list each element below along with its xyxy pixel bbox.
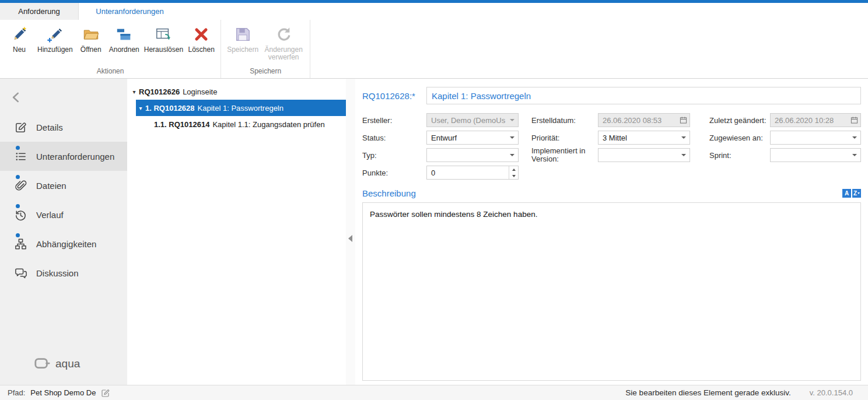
button-label: Hinzufügen	[37, 46, 73, 54]
description-editor[interactable]: Passwörter sollen mindestens 8 Zeichen h…	[362, 202, 861, 381]
zuletzt-geaendert-label: Zuletzt geändert:	[709, 116, 770, 125]
app-version: v. 20.0.154.0	[810, 388, 853, 397]
panel-splitter[interactable]	[346, 79, 355, 385]
zugewiesen-an-select[interactable]	[770, 131, 861, 145]
zuletzt-geaendert-field: 26.06.2020 10:28	[770, 113, 861, 127]
calendar-icon	[850, 117, 858, 124]
spin-down-icon[interactable]	[509, 173, 518, 179]
hinzufuegen-button[interactable]: Hinzufügen	[35, 24, 75, 54]
loeschen-button[interactable]: Löschen	[186, 24, 217, 54]
sprint-label: Sprint:	[709, 151, 770, 160]
expand-caret-icon[interactable]: ▾	[136, 105, 145, 111]
requirement-id-label: RQ1012628:*	[362, 91, 426, 101]
ribbon-buttons-row: Speichern Änderungen verwerfen	[221, 20, 310, 67]
spin-up-icon[interactable]	[509, 166, 518, 173]
save-floppy-icon	[234, 26, 251, 43]
punkte-stepper[interactable]: 0	[426, 166, 519, 180]
herausloesen-button[interactable]: Herauslösen	[142, 24, 186, 54]
erstelldatum-field: 26.06.2020 08:53	[598, 113, 690, 127]
speichern-button: Speichern	[225, 24, 261, 54]
description-header: Beschreibung A Z	[362, 185, 861, 201]
aqua-logo-icon	[34, 357, 50, 371]
detail-form: Ersteller: User, Demo (DemoUs ... Erstel…	[362, 111, 861, 181]
tree-item-rq1012626[interactable]: ▾ RQ1012626 Loginseite	[127, 83, 346, 100]
paperclip-icon	[14, 179, 27, 192]
tree-item-id: 1. RQ1012628	[145, 104, 195, 113]
collapse-splitter-icon[interactable]	[348, 235, 352, 242]
status-value: Entwurf	[431, 134, 457, 142]
undo-icon	[275, 26, 292, 43]
chevron-down-icon	[510, 154, 514, 156]
neu-button[interactable]: Neu	[4, 24, 35, 54]
tab-unteranforderungen[interactable]: Unteranforderungen	[79, 3, 181, 20]
spinner-arrows-icon	[509, 166, 518, 179]
edit-details-icon	[14, 121, 27, 134]
chevron-down-icon	[510, 136, 514, 139]
erstelldatum-value: 26.06.2020 08:53	[603, 116, 662, 125]
description-section-title: Beschreibung	[362, 188, 842, 198]
path-label: Pfad:	[8, 388, 25, 397]
notification-dot	[16, 204, 20, 208]
sort-a-button[interactable]: A	[842, 189, 851, 198]
sidebar-item-label: Verlauf	[36, 210, 64, 220]
sidebar-item-label: Abhängigkeiten	[36, 239, 96, 249]
sidebar-item-dateien[interactable]: Dateien	[0, 171, 127, 200]
punkte-label: Punkte:	[362, 169, 426, 177]
implementiert-in-version-select[interactable]	[598, 148, 690, 162]
chevron-down-icon	[852, 154, 857, 156]
sidebar-item-label: Details	[36, 122, 63, 132]
chat-icon	[14, 266, 27, 280]
typ-select[interactable]	[426, 148, 519, 162]
tree-item-title: Kapitel 1.1: Zugangsdaten prüfen	[212, 120, 324, 129]
tree-item-rq1012614[interactable]: 1.1. RQ1012614 Kapitel 1.1: Zugangsdaten…	[145, 116, 346, 132]
button-label: Anordnen	[109, 46, 139, 54]
chevron-down-icon	[852, 136, 857, 139]
prioritaet-label: Priorität:	[531, 134, 598, 142]
status-select[interactable]: Entwurf	[426, 131, 519, 145]
title-input[interactable]	[426, 87, 861, 104]
detach-icon	[155, 26, 172, 43]
edit-path-icon[interactable]	[101, 388, 110, 398]
left-sidebar: Details Unteranforderungen Date	[0, 79, 127, 385]
sort-z-button[interactable]: Z	[852, 189, 861, 198]
arrange-icon	[116, 26, 133, 43]
list-icon	[14, 150, 27, 163]
sidebar-item-unteranforderungen[interactable]: Unteranforderungen	[0, 142, 127, 171]
add-pencil-icon	[46, 26, 64, 43]
ribbon-toolbar: Neu Hinzufügen	[0, 20, 868, 79]
oeffnen-button[interactable]: Öffnen	[75, 24, 107, 54]
button-label: Löschen	[188, 46, 214, 54]
expand-caret-icon[interactable]: ▾	[130, 89, 139, 95]
tree-item-rq1012628[interactable]: ▾ 1. RQ1012628 Kapitel 1: Passwortregeln	[136, 100, 346, 116]
button-label: Änderungen verwerfen	[263, 46, 304, 61]
back-chevron-icon[interactable]	[9, 90, 23, 104]
status-bar: Pfad: Pet Shop Demo De Sie bearbeiten di…	[0, 385, 868, 400]
aqua-logo-text: aqua	[55, 357, 80, 370]
sidebar-item-label: Diskussion	[36, 268, 79, 278]
detail-panel: RQ1012628:* Ersteller: User, Demo (DemoU…	[355, 79, 868, 385]
sprint-select[interactable]	[770, 148, 861, 162]
status-right: Sie bearbeiten dieses Element gerade exk…	[625, 388, 853, 397]
aqua-logo: aqua	[34, 357, 80, 371]
sidebar-item-diskussion[interactable]: Diskussion	[0, 258, 127, 287]
anordnen-button[interactable]: Anordnen	[107, 24, 142, 54]
ribbon-buttons-row: Neu Hinzufügen	[0, 20, 220, 67]
tab-bar: Anforderung Unteranforderungen	[0, 3, 868, 20]
notification-dot	[16, 233, 20, 237]
implementiert-in-version-label: Implementiert in Version:	[531, 147, 598, 163]
tree-item-title: Loginseite	[183, 87, 217, 96]
erstelldatum-label: Erstelldatum:	[531, 116, 598, 125]
sidebar-item-details[interactable]: Details	[0, 113, 127, 142]
ribbon-group-label-speichern: Speichern	[221, 67, 310, 78]
hierarchy-icon	[14, 237, 27, 251]
requirements-tree: ▾ RQ1012626 Loginseite ▾ 1. RQ1012628 Ka…	[127, 79, 346, 385]
sidebar-item-abhaengigkeiten[interactable]: Abhängigkeiten	[0, 229, 127, 258]
new-pencil-icon	[10, 26, 28, 43]
tab-anforderung[interactable]: Anforderung	[0, 3, 79, 20]
sidebar-item-verlauf[interactable]: Verlauf	[0, 200, 127, 229]
chevron-down-icon	[681, 136, 686, 139]
prioritaet-select[interactable]: 3 Mittel	[598, 131, 690, 145]
sidebar-item-label: Dateien	[36, 181, 66, 191]
tree-item-id: RQ1012626	[139, 87, 180, 96]
zugewiesen-an-label: Zugewiesen an:	[709, 134, 770, 142]
